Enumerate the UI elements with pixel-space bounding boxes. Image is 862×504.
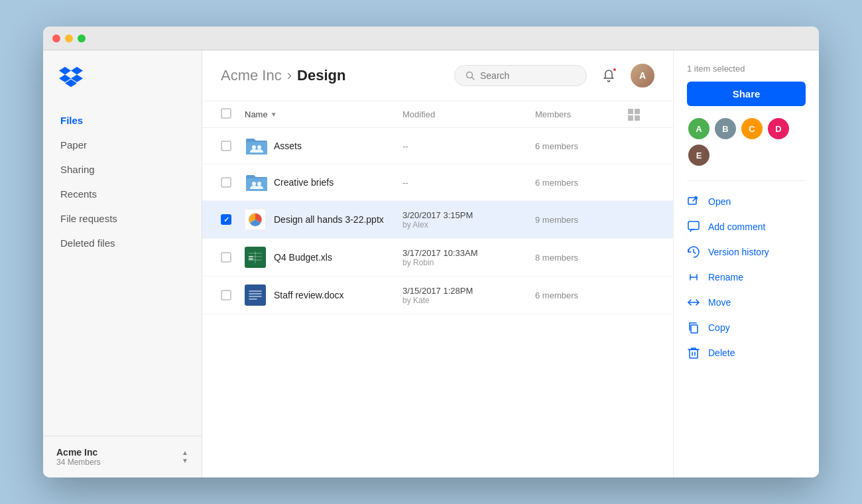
action-delete[interactable]: Delete	[687, 340, 806, 365]
row-checkbox-q4[interactable]	[221, 252, 231, 263]
action-rename[interactable]: Rename	[687, 265, 806, 290]
row-checkbox-col	[221, 141, 245, 151]
table-row[interactable]: Assets -- 6 members	[202, 128, 673, 164]
notification-bell-button[interactable]	[597, 64, 620, 87]
table-row[interactable]: Staff review.docx 3/15/2017 1:28PM by Ka…	[202, 277, 673, 314]
svg-point-7	[257, 182, 261, 186]
avatar-initials: A	[639, 70, 646, 81]
sidebar-item-file-requests[interactable]: File requests	[51, 207, 194, 230]
row-checkbox-assets[interactable]	[221, 141, 231, 151]
svg-line-1	[472, 78, 475, 80]
row-icon-col	[245, 136, 274, 156]
close-dot[interactable]	[52, 34, 60, 42]
action-delete-label: Delete	[708, 347, 735, 358]
titlebar	[43, 27, 819, 50]
chevron-down-icon: ▼	[182, 458, 188, 464]
member-avatar: A	[687, 117, 711, 141]
table-row[interactable]: Design all hands 3-22.pptx 3/20/2017 3:1…	[202, 201, 673, 239]
action-version-history-label: Version history	[708, 247, 769, 257]
header-checkbox-col	[221, 108, 245, 121]
svg-rect-22	[688, 221, 699, 229]
user-avatar[interactable]: A	[631, 64, 654, 88]
org-switcher[interactable]: ▲ ▼	[182, 450, 188, 464]
row-modified-date: 3/17/2017 10:33AM	[402, 248, 535, 258]
svg-rect-2	[246, 142, 267, 155]
row-modified-date: 3/20/2017 3:15PM	[402, 210, 535, 220]
member-avatars: A B C D E	[687, 117, 806, 167]
row-filename: Creative briefs	[274, 177, 402, 188]
file-table: Name ▼ Modified Members	[202, 101, 673, 477]
minimize-dot[interactable]	[65, 34, 73, 42]
select-all-checkbox[interactable]	[221, 108, 231, 119]
action-version-history[interactable]: Version history	[687, 239, 806, 265]
svg-rect-27	[690, 349, 698, 358]
row-checkbox-col	[221, 290, 245, 300]
row-modified-by: by Kate	[402, 296, 535, 305]
breadcrumb-current: Design	[297, 67, 345, 84]
org-members: 34 Members	[56, 458, 101, 467]
sort-arrow-icon: ▼	[271, 111, 277, 118]
action-open-label: Open	[708, 196, 731, 207]
sidebar: Files Paper Sharing Recents File request…	[43, 50, 202, 477]
action-move[interactable]: Move	[687, 290, 806, 315]
search-box[interactable]	[454, 65, 587, 86]
row-checkbox-creative[interactable]	[221, 177, 231, 188]
share-button[interactable]: Share	[687, 82, 806, 106]
row-checkbox-staff[interactable]	[221, 290, 231, 300]
row-members: 8 members	[535, 253, 628, 263]
name-column-label: Name	[245, 109, 268, 119]
table-row[interactable]: ≡ Q4 Budget.xls 3/17/2017 10:33AM by Rob…	[202, 239, 673, 277]
column-modified-header: Modified	[402, 109, 535, 119]
copy-icon	[687, 321, 700, 334]
open-icon	[687, 195, 700, 208]
row-checkbox-design[interactable]	[221, 214, 231, 225]
chevron-up-icon: ▲	[182, 450, 188, 456]
dropbox-logo-icon	[59, 66, 83, 88]
sidebar-footer-info: Acme Inc 34 Members	[56, 447, 101, 467]
svg-rect-26	[691, 325, 698, 333]
row-filename: Staff review.docx	[274, 290, 402, 300]
pptx-file-icon	[245, 209, 266, 230]
row-icon-col	[245, 284, 274, 306]
action-add-comment-label: Add comment	[708, 221, 765, 232]
sidebar-item-files[interactable]: Files	[51, 109, 194, 132]
folder-shared-icon	[245, 172, 269, 192]
row-modified: --	[402, 178, 535, 188]
row-filename: Q4 Budget.xls	[274, 252, 402, 263]
column-name-header[interactable]: Name ▼	[245, 109, 402, 119]
right-panel: 1 item selected Share A B C D E	[673, 50, 819, 477]
row-modified-date: 3/15/2017 1:28PM	[402, 286, 535, 296]
svg-point-4	[257, 145, 261, 149]
sidebar-item-deleted-files[interactable]: Deleted files	[51, 231, 194, 255]
panel-divider	[687, 180, 806, 181]
row-filename: Assets	[274, 141, 402, 151]
row-modified: 3/20/2017 3:15PM by Alex	[402, 210, 535, 229]
search-icon	[465, 71, 475, 80]
action-copy-label: Copy	[708, 322, 730, 333]
row-icon-col	[245, 172, 274, 192]
search-input[interactable]	[480, 70, 576, 81]
row-members: 6 members	[535, 178, 628, 188]
action-open[interactable]: Open	[687, 189, 806, 214]
svg-point-6	[252, 182, 256, 186]
app-body: Files Paper Sharing Recents File request…	[43, 50, 819, 477]
sidebar-item-recents[interactable]: Recents	[51, 182, 194, 206]
action-rename-label: Rename	[708, 272, 743, 283]
avatar-initial: E	[696, 151, 702, 160]
app-window: Files Paper Sharing Recents File request…	[43, 27, 819, 477]
selected-count-label: 1 item selected	[687, 64, 806, 74]
sidebar-item-sharing[interactable]: Sharing	[51, 158, 194, 181]
sidebar-item-paper[interactable]: Paper	[51, 133, 194, 157]
folder-shared-icon	[245, 136, 269, 156]
delete-icon	[687, 346, 700, 359]
table-row[interactable]: Creative briefs -- 6 members	[202, 164, 673, 201]
action-add-comment[interactable]: Add comment	[687, 214, 806, 239]
maximize-dot[interactable]	[78, 34, 86, 42]
action-copy[interactable]: Copy	[687, 315, 806, 340]
column-view-toggle[interactable]	[628, 109, 654, 121]
row-checkbox-col	[221, 214, 245, 225]
history-icon	[687, 245, 700, 259]
main-content: Acme Inc › Design	[202, 50, 673, 477]
row-modified-by: by Robin	[402, 258, 535, 267]
column-members-header: Members	[535, 109, 628, 119]
